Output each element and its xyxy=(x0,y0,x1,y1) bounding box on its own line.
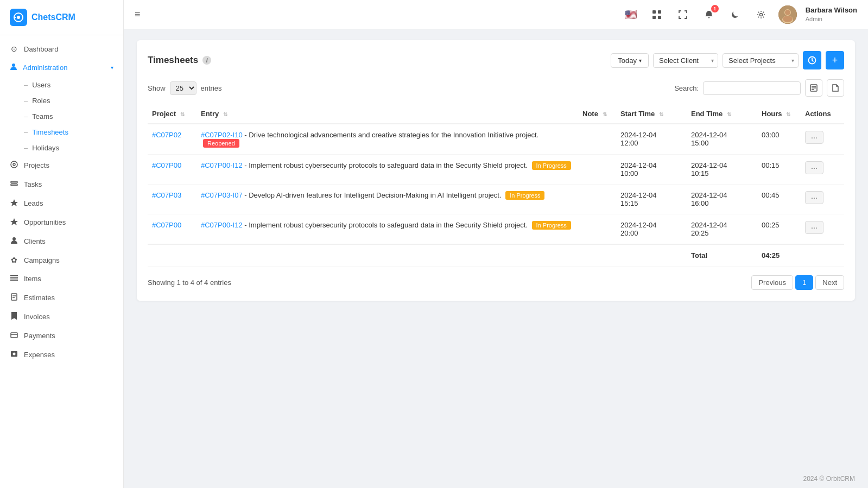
pagination-controls: Previous 1 Next xyxy=(751,275,844,290)
start-time-cell: 2024-12-0415:15 xyxy=(616,185,687,214)
previous-button[interactable]: Previous xyxy=(751,275,793,290)
sidebar-item-leads[interactable]: Leads xyxy=(0,194,123,213)
sidebar-item-teams[interactable]: Teams xyxy=(0,109,123,124)
sidebar-item-dashboard[interactable]: ⊙ Dashboard xyxy=(0,40,123,58)
sort-note-icon: ⇅ xyxy=(603,111,607,117)
users-label: Users xyxy=(32,81,50,89)
svg-point-25 xyxy=(759,13,762,16)
show-entries-control: Show 25 entries xyxy=(148,81,222,95)
col-entry[interactable]: Entry ⇅ xyxy=(197,104,578,124)
settings-icon[interactable] xyxy=(752,6,770,23)
search-input[interactable] xyxy=(703,81,801,95)
roles-label: Roles xyxy=(32,97,50,105)
select-projects-wrapper: Select Projects xyxy=(723,53,799,68)
status-badge: In Progress xyxy=(532,161,571,170)
project-link[interactable]: #C07P00 xyxy=(152,221,181,229)
entry-link[interactable]: #C07P02-I10 xyxy=(201,131,243,139)
sidebar-item-campaigns[interactable]: ✿ Campaigns xyxy=(0,251,123,269)
panel-header: Timesheets i Today ▾ Select Client xyxy=(148,51,844,69)
sidebar-item-opportunities[interactable]: Opportunities xyxy=(0,213,123,232)
sidebar-item-users[interactable]: Users xyxy=(0,77,123,93)
start-time-cell: 2024-12-0410:00 xyxy=(616,155,687,185)
entry-link[interactable]: #C07P00-I12 xyxy=(201,161,243,169)
user-name: Barbara Wilson xyxy=(806,6,857,15)
sidebar-item-administration[interactable]: Administration ▾ xyxy=(0,58,123,77)
total-hours: 04:25 xyxy=(757,244,801,267)
sidebar-item-timesheets[interactable]: Timesheets xyxy=(0,124,123,140)
entry-desc: - Implement robust cybersecurity protoco… xyxy=(244,221,528,229)
entries-label: entries xyxy=(201,84,222,92)
col-end-time[interactable]: End Time ⇅ xyxy=(687,104,757,124)
row-actions-button[interactable]: ··· xyxy=(805,221,823,234)
hours-cell: 03:00 xyxy=(757,124,801,155)
holidays-label: Holidays xyxy=(32,144,59,152)
page-1-button[interactable]: 1 xyxy=(795,275,813,290)
clock-button[interactable] xyxy=(803,51,821,69)
apps-grid-icon[interactable] xyxy=(648,6,666,23)
sort-start-icon: ⇅ xyxy=(659,111,663,117)
col-hours[interactable]: Hours ⇅ xyxy=(757,104,801,124)
show-label: Show xyxy=(148,84,166,92)
sort-hours-icon: ⇅ xyxy=(786,111,790,117)
col-project[interactable]: Project ⇅ xyxy=(148,104,197,124)
sidebar-item-expenses[interactable]: Expenses xyxy=(0,345,123,364)
col-actions: Actions xyxy=(801,104,844,124)
add-timesheet-button[interactable]: + xyxy=(826,51,844,69)
col-start-time[interactable]: Start Time ⇅ xyxy=(616,104,687,124)
sidebar-item-estimates[interactable]: Estimates xyxy=(0,288,123,307)
hamburger-menu[interactable]: ≡ xyxy=(135,9,141,20)
svg-rect-21 xyxy=(652,10,656,14)
project-link[interactable]: #C07P03 xyxy=(152,191,181,199)
entry-desc: - Drive technological advancements and c… xyxy=(244,131,538,139)
sidebar-item-holidays[interactable]: Holidays xyxy=(0,140,123,156)
sidebar-item-invoices[interactable]: Invoices xyxy=(0,307,123,326)
chevron-down-icon: ▾ xyxy=(639,58,642,64)
user-avatar[interactable] xyxy=(778,5,797,24)
row-actions-button[interactable]: ··· xyxy=(805,161,823,174)
select-projects-dropdown[interactable]: Select Projects xyxy=(723,53,799,68)
sidebar-item-payments[interactable]: Payments xyxy=(0,326,123,345)
svg-rect-22 xyxy=(658,10,661,14)
entry-link[interactable]: #C07P03-I07 xyxy=(201,191,243,199)
search-label: Search: xyxy=(674,84,699,92)
fullscreen-icon[interactable] xyxy=(674,6,692,23)
project-link[interactable]: #C07P02 xyxy=(152,131,181,139)
export-pdf-button[interactable] xyxy=(805,79,822,97)
entry-desc: - Develop AI-driven features for Intelli… xyxy=(244,191,501,199)
notifications-wrapper: 1 xyxy=(700,6,718,23)
info-icon[interactable]: i xyxy=(202,56,211,65)
export-csv-button[interactable] xyxy=(827,79,844,97)
col-note[interactable]: Note ⇅ xyxy=(578,104,616,124)
project-link[interactable]: #C07P00 xyxy=(152,161,181,169)
svg-rect-11 xyxy=(10,275,18,276)
language-flag[interactable]: 🇺🇸 xyxy=(622,6,639,23)
today-button[interactable]: Today ▾ xyxy=(611,53,649,68)
row-actions-button[interactable]: ··· xyxy=(805,131,823,144)
invoices-label: Invoices xyxy=(24,313,50,321)
svg-point-5 xyxy=(13,163,15,166)
svg-point-1 xyxy=(17,16,20,19)
select-client-dropdown[interactable]: Select Client xyxy=(653,53,718,68)
table-row: #C07P00 #C07P00-I12 - Implement robust c… xyxy=(148,155,844,185)
entries-select[interactable]: 25 xyxy=(170,81,197,95)
opportunities-label: Opportunities xyxy=(24,218,66,226)
sort-entry-icon: ⇅ xyxy=(223,111,227,117)
sidebar-item-projects[interactable]: Projects xyxy=(0,156,123,175)
entry-link[interactable]: #C07P00-I12 xyxy=(201,221,243,229)
sidebar-item-roles[interactable]: Roles xyxy=(0,93,123,109)
dark-mode-icon[interactable] xyxy=(726,6,744,23)
footer-text: 2024 © OrbitCRM xyxy=(803,475,855,483)
svg-rect-7 xyxy=(11,184,17,186)
next-button[interactable]: Next xyxy=(815,275,844,290)
sidebar-item-clients[interactable]: Clients xyxy=(0,232,123,251)
sidebar-item-items[interactable]: Items xyxy=(0,269,123,288)
row-actions-button[interactable]: ··· xyxy=(805,191,823,204)
logo[interactable]: ChetsCRM xyxy=(0,0,123,35)
footer: 2024 © OrbitCRM xyxy=(124,470,868,488)
svg-rect-23 xyxy=(652,16,656,19)
sidebar-item-tasks[interactable]: Tasks xyxy=(0,175,123,194)
table-head: Project ⇅ Entry ⇅ Note ⇅ Start Time xyxy=(148,104,844,124)
end-time-cell: 2024-12-0420:25 xyxy=(687,214,757,245)
logo-text: ChetsCRM xyxy=(31,12,75,22)
clients-label: Clients xyxy=(24,237,46,245)
